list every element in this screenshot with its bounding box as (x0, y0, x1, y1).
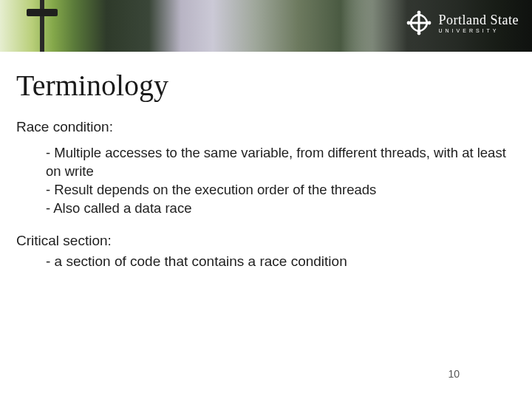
logo-text: Portland State UNIVERSITY (439, 13, 519, 33)
logo-mark-icon (406, 10, 432, 35)
header-banner: Portland State UNIVERSITY (0, 0, 532, 52)
logo-line1: Portland State (439, 13, 519, 27)
svg-point-2 (427, 21, 431, 25)
section-race-condition: Race condition: - Multiple accesses to t… (16, 119, 510, 218)
section-items: - Multiple accesses to the same variable… (46, 144, 510, 218)
list-item: - a section of code that contains a race… (46, 252, 510, 271)
list-item: - Also called a data race (46, 200, 510, 218)
banner-decor (40, 0, 44, 52)
section-critical-section: Critical section: - a section of code th… (16, 233, 510, 271)
svg-point-1 (406, 21, 410, 25)
list-item: - Result depends on the execution order … (46, 181, 510, 200)
svg-point-3 (417, 32, 420, 35)
svg-point-0 (417, 11, 420, 15)
section-items: - a section of code that contains a race… (46, 252, 510, 271)
section-label: Critical section: (16, 233, 510, 249)
university-logo: Portland State UNIVERSITY (406, 10, 519, 35)
slide-content: Terminology Race condition: - Multiple a… (0, 52, 532, 271)
section-label: Race condition: (16, 119, 510, 135)
banner-decor (27, 9, 58, 16)
page-title: Terminology (16, 68, 510, 103)
list-item: - Multiple accesses to the same variable… (46, 144, 510, 181)
page-number: 10 (448, 368, 460, 380)
logo-line2: UNIVERSITY (439, 28, 519, 33)
